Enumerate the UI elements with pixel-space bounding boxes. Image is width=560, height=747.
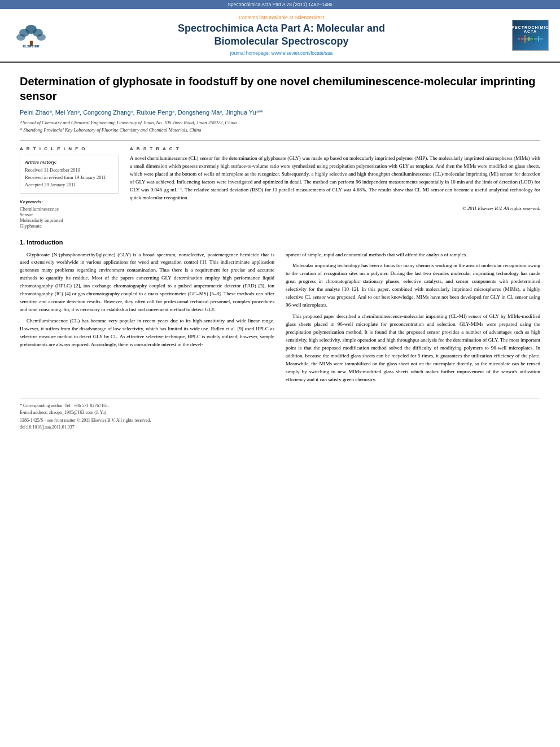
abstract-text: A novel chemiluminescence (CL) sensor fo…: [130, 155, 540, 202]
journal-title-block: Contents lists available at ScienceDirec…: [59, 15, 504, 56]
intro-para3: opment of simple, rapid and economical m…: [286, 251, 540, 259]
svg-text:ELSEVIER: ELSEVIER: [23, 45, 40, 48]
keywords-heading: Keywords:: [20, 199, 119, 204]
article-history-heading: Article history:: [25, 160, 113, 165]
body-two-col: Glyphosate [N-(phosphonomethyl)glycine] …: [20, 251, 540, 387]
contents-label: Contents lists available at: [239, 15, 293, 20]
article-info-box: Article history: Received 11 December 20…: [20, 155, 119, 193]
journal-main-title: Spectrochimica Acta Part A: Molecular an…: [59, 22, 504, 49]
revised-date: Received in revised form 19 January 2011: [25, 174, 113, 181]
intro-para2: Chemiluminescence (CL) has become very p…: [20, 317, 274, 349]
journal-logo-box: SPECTROCHIMICA ACTA: [512, 20, 549, 51]
elsevier-tree-icon: ELSEVIER: [13, 23, 50, 48]
journal-logo-right: SPECTROCHIMICA ACTA: [512, 20, 549, 51]
footnote-area: * Corresponding author. Tel.: +86 531 82…: [20, 399, 540, 430]
body-section: 1. Introduction Glyphosate [N-(phosphono…: [20, 239, 540, 387]
authors: Peini Zhaoᵃ, Mei Yanᵃ, Congcong Zhangᵃ, …: [20, 109, 540, 116]
abstract-heading: A B S T R A C T: [130, 146, 540, 151]
article-info-abstract-row: A R T I C L E I N F O Article history: R…: [20, 146, 540, 228]
body-col-left-text: Glyphosate [N-(phosphonomethyl)glycine] …: [20, 251, 274, 349]
article-info-heading: A R T I C L E I N F O: [20, 146, 119, 151]
body-col-right-text: opment of simple, rapid and economical m…: [286, 251, 540, 384]
section1-title: 1. Introduction: [20, 239, 540, 246]
top-banner: Spectrochimica Acta Part A 78 (2011) 148…: [0, 0, 560, 9]
journal-homepage: journal homepage: www.elsevier.com/locat…: [59, 50, 504, 56]
body-col-left: Glyphosate [N-(phosphonomethyl)glycine] …: [20, 251, 274, 387]
svg-point-4: [16, 34, 25, 41]
journal-url[interactable]: www.elsevier.com/locate/saa: [272, 50, 333, 56]
doi-line: doi:10.1016/j.saa.2011.01.037: [20, 425, 540, 430]
svg-point-5: [37, 34, 46, 41]
divider: [20, 140, 540, 141]
spectral-logo-icon: [515, 33, 546, 45]
science-direct-name[interactable]: ScienceDirect: [295, 15, 324, 20]
keyword-4: Glyphosate: [20, 223, 119, 229]
article-info-col: A R T I C L E I N F O Article history: R…: [20, 146, 119, 228]
keywords-box: Keywords: Chemiluminescence Sensor Molec…: [20, 199, 119, 229]
banner-text: Spectrochimica Acta Part A 78 (2011) 148…: [228, 2, 333, 7]
logo-title-line2: ACTA: [524, 29, 537, 33]
affiliation-b: ᵇ Shandong Provincial Key Laboratory of …: [20, 127, 201, 133]
issn-line: 1386-1425/$ – see front matter © 2011 El…: [20, 418, 540, 423]
keyword-1: Chemiluminescence: [20, 206, 119, 212]
intro-para1: Glyphosate [N-(phosphonomethyl)glycine] …: [20, 251, 274, 314]
keyword-3: Molecularly imprinted: [20, 217, 119, 223]
journal-header: ELSEVIER Contents lists available at Sci…: [0, 9, 560, 63]
affiliation-a: ᵃ School of Chemistry and Chemical Engin…: [20, 120, 237, 125]
abstract-col: A B S T R A C T A novel chemiluminescenc…: [130, 146, 540, 228]
elsevier-logo: ELSEVIER: [11, 20, 51, 51]
accepted-date: Accepted 20 January 2011: [25, 181, 113, 189]
keyword-2: Sensor: [20, 212, 119, 217]
article-content: Determination of glyphosate in foodstuff…: [0, 63, 560, 441]
science-direct-link: Contents lists available at ScienceDirec…: [59, 15, 504, 20]
intro-para5: This proposed paper described a chemilum…: [286, 313, 540, 383]
page: Spectrochimica Acta Part A 78 (2011) 148…: [0, 0, 560, 747]
footnote-email: E-mail address: zhaopn_1985@163.com (J. …: [20, 409, 540, 416]
intro-para4: Molecular imprinting technology has been…: [286, 262, 540, 309]
body-col-right: opment of simple, rapid and economical m…: [286, 251, 540, 387]
affiliations: ᵃ School of Chemistry and Chemical Engin…: [20, 119, 540, 134]
article-title: Determination of glyphosate in foodstuff…: [20, 74, 540, 103]
footnote-corresponding: * Corresponding author. Tel.: +86 531 82…: [20, 403, 540, 409]
received-date: Received 11 December 2010: [25, 167, 113, 174]
copyright: © 2011 Elsevier B.V. All rights reserved…: [130, 206, 540, 211]
logo-title-line1: SPECTROCHIMICA: [509, 25, 553, 29]
